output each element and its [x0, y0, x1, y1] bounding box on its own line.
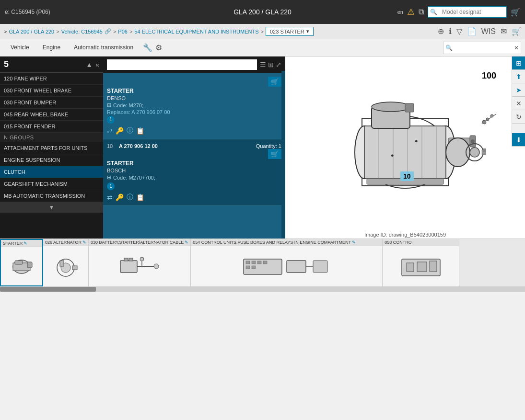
vehicle-link-icon[interactable]: 🔗 — [105, 28, 111, 34]
breadcrumb-p06[interactable]: P06 — [118, 29, 128, 34]
part-item-denso[interactable]: 🛒 STARTER DENSO ⊞ Code: M270; Replaces: … — [103, 73, 285, 139]
svg-rect-47 — [263, 261, 267, 264]
info-icon-2[interactable]: ⓘ — [127, 193, 133, 202]
part-qty-label: Quantity: 1 — [256, 143, 281, 149]
diagram-label-100: 100 — [482, 71, 496, 81]
toolbar-close-icon[interactable]: ✕ — [512, 97, 525, 110]
print-icon[interactable]: 📄 — [467, 27, 477, 36]
sidebar-item-pane-wiper[interactable]: 120 PANE WIPER — [0, 73, 103, 85]
part-name-2: STARTER — [107, 160, 281, 167]
part-cart-btn-1[interactable]: 🛒 — [268, 77, 281, 87]
sidebar-item-label: 015 FRONT FENDER — [4, 124, 55, 129]
part-item-bosch[interactable]: 10 A 270 906 12 00 Quantity: 1 🛒 STARTER… — [103, 139, 285, 206]
breadcrumb-separator: > — [4, 29, 7, 34]
toolbar-blue-btn[interactable]: ⊞ — [512, 57, 525, 70]
parts-panel-scrollbar[interactable] — [281, 71, 285, 238]
arrows-icon-2[interactable]: ⇄ — [107, 193, 113, 201]
model-search-input[interactable] — [439, 7, 506, 17]
sidebar-item-clutch[interactable]: CLUTCH — [0, 166, 103, 178]
sidebar-controls: ▲ « — [86, 61, 99, 68]
svg-rect-46 — [257, 261, 261, 264]
sidebar-item-engine-suspension[interactable]: ENGINE SUSPENSION — [0, 154, 103, 166]
thumb-control-units[interactable]: 054 CONTROL UNITS,FUSE BOXES AND RELAYS … — [191, 239, 383, 286]
thumb-edit-icon-alt[interactable]: ✎ — [82, 240, 86, 245]
cart-icon-bc[interactable]: 🛒 — [512, 27, 521, 36]
doc-icon-2[interactable]: 📋 — [136, 193, 144, 201]
parts-search-input[interactable] — [107, 59, 257, 70]
breadcrumb-gla[interactable]: GLA 200 / GLA 220 — [9, 29, 54, 34]
copy-icon[interactable]: ⧉ — [419, 8, 424, 16]
grid-view-icon[interactable]: ⊞ — [268, 61, 274, 68]
thumb-battery[interactable]: 030 BATTERY,STARTER/ALTERNATOR CABLE ✎ — [89, 239, 191, 286]
arrows-icon-1[interactable]: ⇄ — [107, 127, 113, 135]
part-actions-1: ⇄ 🔑 ⓘ 📋 — [107, 126, 281, 135]
part-cart-btn-2[interactable]: 🛒 — [268, 149, 281, 159]
part-badge-2: 1 — [107, 182, 115, 190]
info-icon[interactable]: ℹ — [449, 27, 452, 36]
thumb-image-alternator — [43, 246, 88, 286]
model-search-box[interactable]: 🔍 — [428, 6, 507, 18]
zoom-in-icon[interactable]: ⊕ — [438, 27, 444, 36]
breadcrumb-electrical[interactable]: 54 ELECTRICAL EQUIPMENT AND INSTRUMENTS — [134, 29, 258, 34]
tab-icon-1[interactable]: 🔧 — [143, 43, 152, 52]
diagram-label-10: 10 — [400, 171, 414, 181]
expand-icon[interactable]: ⤢ — [276, 61, 281, 68]
parts-list: 🛒 STARTER DENSO ⊞ Code: M270; Replaces: … — [103, 73, 285, 238]
tab-auto-transmission[interactable]: Automatic transmission — [67, 41, 140, 55]
toolbar-blue-btn2[interactable]: ⬇ — [512, 133, 525, 147]
part-item-row1: 🛒 — [107, 77, 281, 87]
part-code-2: A 270 906 12 00 — [119, 143, 256, 149]
sidebar-item-label: 030 FRONT BUMPER — [4, 100, 56, 105]
thumb-058[interactable]: 058 CONTRO — [383, 239, 459, 286]
part-detail-2: ⊞ Code: M270+700; — [107, 174, 281, 181]
sidebar-item-front-bumper[interactable]: 030 FRONT BUMPER — [0, 97, 103, 109]
sidebar-item-rear-wheel-brake[interactable]: 045 REAR WHEEL BRAKE — [0, 109, 103, 121]
sidebar-scroll-down[interactable]: ▼ — [0, 202, 103, 213]
svg-rect-56 — [430, 261, 437, 272]
svg-rect-4 — [364, 126, 446, 179]
sidebar-close-icon[interactable]: « — [95, 61, 99, 68]
doc-icon-1[interactable]: 📋 — [136, 127, 144, 135]
sep4: > — [261, 29, 264, 34]
breadcrumb-starter-dropdown[interactable]: 023 STARTER ▾ — [266, 27, 314, 36]
tab-vehicle[interactable]: Vehicle — [4, 41, 36, 55]
breadcrumb-vehicle[interactable]: Vehicle: C156945 — [61, 29, 103, 34]
part-detail-1: ⊞ Code: M270; — [107, 102, 281, 108]
lock-icon-1[interactable]: 🔑 — [116, 127, 124, 135]
tab-engine[interactable]: Engine — [36, 41, 67, 55]
sidebar-item-front-wheel-brake[interactable]: 030 FRONT WHEEL BRAKE — [0, 85, 103, 97]
scroll-indicator[interactable] — [0, 286, 525, 292]
app-title: e: C156945 (P06) — [5, 9, 50, 15]
svg-rect-44 — [246, 261, 250, 264]
thumb-edit-icon-batt[interactable]: ✎ — [185, 240, 188, 245]
thumb-edit-icon-ctrl[interactable]: ✎ — [352, 240, 356, 245]
filter-icon[interactable]: ▽ — [456, 27, 462, 36]
thumb-alternator[interactable]: 026 ALTERNATOR ✎ — [43, 239, 89, 286]
list-view-icon[interactable]: ☰ — [260, 61, 266, 68]
part-code-text-2: Code: M270+700; — [113, 175, 155, 181]
model-label: GLA 200 / GLA 220 — [233, 8, 292, 16]
sep2: > — [113, 29, 116, 34]
sidebar-item-gearshift[interactable]: GEARSHIFT MECHANISM — [0, 178, 103, 190]
sidebar-item-attachment[interactable]: ATTACHMENT PARTS FOR UNITS — [0, 142, 103, 154]
toolbar-forward-icon[interactable]: ➤ — [512, 83, 525, 97]
toolbar-zoom-rotate[interactable]: ↻ — [512, 110, 525, 124]
svg-rect-38 — [129, 258, 133, 261]
sidebar-item-mb-auto[interactable]: MB AUTOMATIC TRANSMISSION — [0, 190, 103, 202]
tab-search-clear[interactable]: ✕ — [512, 44, 521, 52]
wis-icon[interactable]: WIS — [481, 27, 496, 36]
toolbar-share-icon[interactable]: ⬆ — [512, 70, 525, 83]
sidebar-collapse-icon[interactable]: ▲ — [86, 61, 93, 68]
tab-search-input[interactable] — [455, 44, 512, 52]
mail-icon[interactable]: ✉ — [501, 27, 507, 36]
tab-search[interactable]: 🔍 ✕ — [443, 42, 521, 54]
search-icon: 🔍 — [428, 7, 439, 17]
svg-rect-52 — [313, 261, 327, 272]
info-icon-1[interactable]: ⓘ — [127, 126, 133, 135]
lock-icon-2[interactable]: 🔑 — [116, 193, 124, 201]
tab-icon-2[interactable]: ⚙ — [155, 43, 162, 52]
thumb-edit-icon[interactable]: ✎ — [23, 241, 27, 246]
cart-icon-top[interactable]: 🛒 — [511, 8, 520, 17]
thumb-starter[interactable]: STARTER ✎ — [0, 239, 43, 286]
sidebar-item-front-fender[interactable]: 015 FRONT FENDER — [0, 121, 103, 133]
